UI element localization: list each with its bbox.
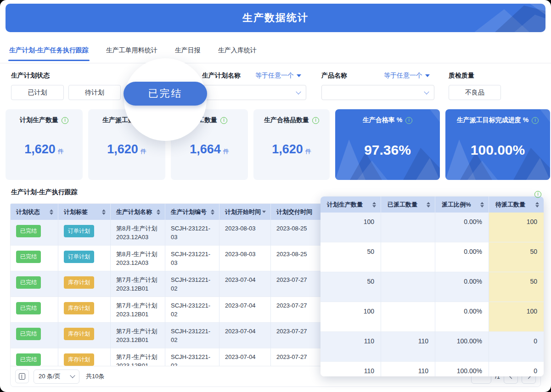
app-header: 生产数据统计: [6, 4, 545, 32]
column-header-3[interactable]: 生产计划名称: [111, 204, 165, 220]
status-pending-button[interactable]: 待计划: [68, 85, 121, 100]
panel-column-label: 待派工数量: [495, 201, 525, 209]
plan-name-cell: 第8月-生产计划2023.12A03: [111, 220, 165, 246]
pending-qty-cell: 50: [489, 242, 544, 272]
stat-card-value: 1,620: [107, 142, 138, 156]
stat-card-unit: 件: [141, 148, 146, 155]
stat-card-value: 1,620: [272, 142, 303, 156]
status-badge: 已完结: [16, 302, 41, 314]
info-icon[interactable]: [532, 117, 539, 124]
plan-code-cell: SCJH-231221-02: [165, 297, 219, 323]
panel-column-header-4[interactable]: 待派工数量: [489, 196, 544, 213]
caret-down-icon: [425, 74, 430, 79]
plan-name-label: 生产计划名称: [202, 72, 241, 80]
panel-row[interactable]: 110110100.00%0: [320, 362, 544, 376]
header-polygon-decoration: [449, 4, 545, 32]
stat-card-5: 生产合格率 %97.36%: [335, 109, 440, 180]
plan-name-select[interactable]: [202, 85, 306, 100]
column-header-5[interactable]: 计划开始时间: [219, 204, 271, 220]
tab-1[interactable]: 生产计划-生产任务执行跟踪: [8, 46, 90, 61]
column-header-1[interactable]: 计划状态: [11, 204, 58, 220]
info-icon[interactable]: [62, 117, 68, 124]
tag-badge: 订单计划: [64, 251, 94, 263]
status-cell: 已完结: [11, 220, 58, 246]
product-name-select[interactable]: [321, 85, 434, 100]
dispatched-qty-cell: [381, 302, 435, 332]
page-size-select[interactable]: 20 条/页: [34, 370, 79, 384]
table-section-title: 生产计划-生产执行跟踪: [11, 188, 78, 196]
panel-row[interactable]: 500.00%50: [320, 272, 544, 302]
info-icon[interactable]: [534, 191, 541, 198]
sort-icon: [372, 202, 376, 207]
info-icon[interactable]: [405, 117, 412, 124]
start-date-cell: 2023-07-04: [219, 297, 271, 323]
quality-defective-button[interactable]: 不良品: [449, 85, 501, 100]
tag-badge: 库存计划: [64, 328, 94, 340]
panel-body: 1000.00%100500.00%50500.00%501000.00%100…: [320, 213, 544, 376]
dispatch-columns-panel: 计划生产数量已派工数量派工比例%待派工数量 1000.00%100500.00%…: [320, 196, 544, 376]
plan-name-cell: 第8月-生产计划2023.12A03: [111, 246, 165, 271]
column-settings-button[interactable]: [15, 370, 29, 383]
plan-name-line2: 2023.12A03: [116, 233, 159, 241]
plan-name-line1: 第7月-生产计划: [116, 275, 159, 284]
pending-qty-cell: 100: [489, 302, 544, 332]
plan-code-cell: SCJH-231221-02: [165, 323, 219, 348]
tab-4[interactable]: 生产入库统计: [217, 46, 258, 61]
plan-name-cell: 第7月-生产计划2023.12B01: [111, 271, 165, 297]
column-header-label: 计划开始时间: [225, 208, 261, 216]
panel-column-label: 派工比例%: [442, 201, 471, 209]
start-date-cell: 2023-08-03: [219, 220, 271, 246]
plan-name-line2: 2023.12B01: [116, 336, 159, 344]
stat-card-4: 生产合格品数量1,620件: [253, 109, 330, 180]
tag-badge: 订单计划: [64, 225, 94, 237]
start-date-cell: 2023-07-04: [219, 323, 271, 348]
panel-row[interactable]: 110110100.00%0: [320, 332, 544, 362]
planned-qty-cell: 100: [320, 213, 381, 242]
status-planned-button[interactable]: 已计划: [11, 85, 64, 100]
panel-row[interactable]: 500.00%50: [320, 242, 544, 272]
status-cell: 已完结: [11, 348, 58, 367]
plan-code-cell: SCJH-231221-03: [165, 220, 219, 246]
panel-column-header-3[interactable]: 派工比例%: [435, 196, 489, 213]
stat-card-1: 计划生产数量1,620件: [6, 109, 83, 180]
stat-card-value: 97.36%: [364, 142, 411, 157]
dispatch-ratio-cell: 100.00%: [435, 362, 489, 376]
pending-qty-cell: 50: [489, 272, 544, 302]
chevron-down-icon: [296, 89, 301, 94]
plan-code-cell: SCJH-231221-02: [165, 348, 219, 367]
status-finished-button[interactable]: 已完结: [124, 82, 207, 106]
status-badge: 已完结: [16, 353, 41, 366]
status-badge: 已完结: [16, 328, 41, 340]
tab-3[interactable]: 生产日报: [174, 46, 202, 61]
column-header-2[interactable]: 计划标签: [58, 204, 111, 220]
start-date-cell: 2023-07-04: [219, 271, 271, 297]
product-name-label: 产品名称: [321, 72, 347, 80]
panel-column-header-2[interactable]: 已派工数量: [381, 196, 435, 213]
panel-row[interactable]: 1000.00%100: [320, 302, 544, 332]
info-icon[interactable]: [312, 117, 319, 124]
plan-name-line1: 第8月-生产计划: [116, 250, 159, 258]
tab-2[interactable]: 生产工单用料统计: [105, 46, 158, 61]
plan-name-operator[interactable]: 等于任意一个: [255, 72, 301, 80]
panel-header-row: 计划生产数量已派工数量派工比例%待派工数量: [320, 196, 544, 213]
tag-cell: 库存计划: [58, 271, 111, 297]
stat-card-value: 100.00%: [471, 142, 525, 157]
stat-cards: 计划生产数量1,620件生产派工数量1,620件报工数量1,664件生产合格品数…: [6, 109, 550, 180]
column-header-label: 计划状态: [16, 208, 40, 216]
info-icon[interactable]: [220, 117, 227, 124]
product-name-operator[interactable]: 等于任意一个: [384, 72, 430, 80]
panel-column-label: 计划生产数量: [327, 201, 363, 209]
panel-column-header-1[interactable]: 计划生产数量: [320, 196, 381, 213]
planned-qty-cell: 50: [320, 242, 381, 272]
dispatch-ratio-cell: 100.00%: [435, 332, 489, 362]
plan-name-line1: 第8月-生产计划: [116, 224, 159, 233]
plan-name-line1: 第7月-生产计划: [116, 301, 159, 310]
tag-cell: 订单计划: [58, 246, 111, 271]
start-date-cell: 2023-07-04: [219, 348, 271, 367]
stat-card-title: 生产合格品数量: [264, 116, 309, 124]
plan-name-cell: 第7月-生产计划2023.12B01: [111, 323, 165, 348]
panel-row[interactable]: 1000.00%100: [320, 213, 544, 242]
stat-card-unit: 件: [223, 148, 229, 155]
column-header-4[interactable]: 生产计划编号: [165, 204, 219, 220]
status-cell: 已完结: [11, 323, 58, 348]
